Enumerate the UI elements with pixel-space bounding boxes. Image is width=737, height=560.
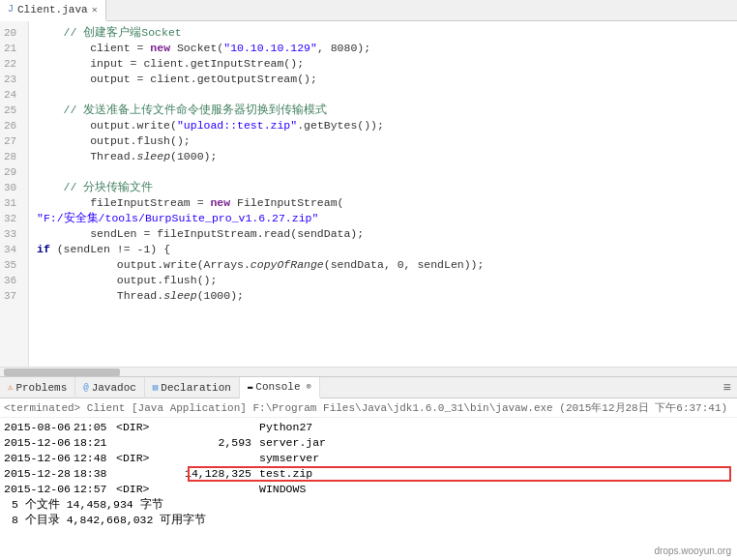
tab-declaration[interactable]: ▤ Declaration <box>145 377 240 398</box>
tab-console[interactable]: ▬ Console ⊗ <box>240 377 320 398</box>
code-content[interactable]: // 创建客户端Socket client = new Socket("10.1… <box>29 21 737 367</box>
tab-problems[interactable]: ⚠ Problems <box>0 377 75 398</box>
code-line-34: if (sendLen != -1) { <box>37 242 729 257</box>
console-tab-bar: ⚠ Problems @ Javadoc ▤ Declaration ▬ Con… <box>0 377 737 398</box>
console-container: ⚠ Problems @ Javadoc ▤ Declaration ▬ Con… <box>0 377 737 560</box>
code-line-35: output.write(Arrays.copyOfRange(sendData… <box>37 257 729 273</box>
code-line-25: // 发送准备上传文件命令使服务器切换到传输模式 <box>37 103 729 118</box>
code-line-33: sendLen = fileInputStream.read(sendData)… <box>37 226 729 242</box>
code-line-30: // 分块传输文件 <box>37 180 729 195</box>
code-area: 202122232425262728293031323334353637 // … <box>0 21 737 367</box>
tab-declaration-label: Declaration <box>161 382 231 394</box>
output-row: 2015-08-06 21:05 <DIR>Python27 <box>4 420 733 435</box>
output-row: 2015-12-06 12:48 <DIR>symserver <box>4 451 733 466</box>
summary-line-2: 8 个目录 4,842,668,032 可用字节 <box>4 513 733 528</box>
console-link-icon: ⊗ <box>307 381 311 392</box>
tab-javadoc-label: Javadoc <box>92 382 136 394</box>
minimize-icon[interactable]: ≡ <box>718 380 737 396</box>
summary-line-1: 5 个文件 14,458,934 字节 <box>4 497 733 513</box>
editor-tab-bar: J Client.java ✕ <box>0 0 737 21</box>
tab-console-label: Console <box>255 381 300 393</box>
output-row: 2015-12-06 18:21 2,593server.jar <box>4 435 733 451</box>
code-line-20: // 创建客户端Socket <box>37 25 729 41</box>
tab-problems-label: Problems <box>15 382 67 394</box>
terminated-status: <terminated> Client [Java Application] F… <box>0 398 737 418</box>
code-line-27: output.flush(); <box>37 133 729 149</box>
watermark: drops.wooyun.org <box>655 545 732 556</box>
output-row: 2015-12-28 18:38 14,128,325test.zip <box>4 466 733 482</box>
code-line-32: "F:/安全集/tools/BurpSuite_pro_v1.6.27.zip" <box>37 211 729 226</box>
editor-tab-client-java[interactable]: J Client.java ✕ <box>0 0 106 21</box>
code-line-31: fileInputStream = new FileInputStream( <box>37 195 729 211</box>
line-numbers: 202122232425262728293031323334353637 <box>0 21 29 367</box>
code-line-28: Thread.sleep(1000); <box>37 149 729 164</box>
javadoc-icon: @ <box>83 383 88 393</box>
declaration-icon: ▤ <box>153 382 158 393</box>
tab-javadoc[interactable]: @ Javadoc <box>75 377 145 398</box>
output-row: 2015-12-06 12:57 <DIR>WINDOWS <box>4 482 733 497</box>
horizontal-scrollbar[interactable] <box>0 367 737 376</box>
code-line-24 <box>37 87 729 103</box>
code-line-21: client = new Socket("10.10.10.129", 8080… <box>37 41 729 56</box>
code-line-23: output = client.getOutputStream(); <box>37 72 729 87</box>
console-icon: ▬ <box>248 382 252 392</box>
code-line-26: output.write("upload::test.zip".getBytes… <box>37 118 729 133</box>
editor-tab-label: Client.java <box>17 4 88 15</box>
code-line-22: input = client.getInputStream(); <box>37 56 729 72</box>
code-line-37: Thread.sleep(1000); <box>37 288 729 304</box>
code-line-36: output.flush(); <box>37 273 729 288</box>
code-line-29 <box>37 164 729 180</box>
problems-icon: ⚠ <box>8 382 13 393</box>
console-output: 2015-08-06 21:05 <DIR>Python272015-12-06… <box>0 418 737 560</box>
java-file-icon: J <box>8 4 14 15</box>
close-tab-icon[interactable]: ✕ <box>92 4 98 15</box>
scrollbar-thumb[interactable] <box>4 368 120 376</box>
